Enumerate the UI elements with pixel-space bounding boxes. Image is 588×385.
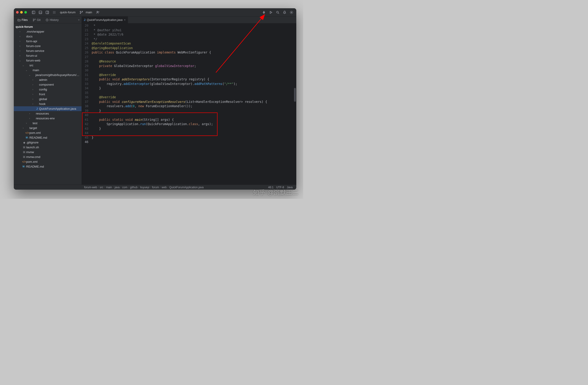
tree-item[interactable]: ›target	[14, 126, 82, 130]
tree-item[interactable]: ⌘mvnw	[14, 150, 82, 155]
tree-label: form-api	[26, 40, 37, 43]
main-body: quick-forum›.mvn/wrapper›docs›form-api›f…	[14, 23, 296, 184]
breadcrumb-item[interactable]: liuyueyi	[140, 186, 149, 189]
search-icon[interactable]	[275, 10, 280, 15]
tree-item[interactable]: </>pom.xml	[14, 130, 82, 135]
bell-icon[interactable]	[282, 10, 287, 15]
breadcrumb-item[interactable]: com	[122, 186, 127, 189]
run-icon[interactable]	[268, 10, 273, 15]
tree-item[interactable]: ›forum-ui	[14, 53, 82, 58]
close-window-icon[interactable]	[16, 11, 19, 14]
tree-item[interactable]: M↓README.md	[14, 135, 82, 140]
tree-label: target	[29, 126, 37, 130]
bottom-panel-icon[interactable]	[38, 10, 43, 15]
tree-item[interactable]: ›config	[14, 87, 82, 92]
tab-files[interactable]: Files	[15, 17, 30, 23]
scrollbar[interactable]	[294, 88, 296, 102]
breadcrumb-item[interactable]: forum-web	[84, 186, 97, 189]
tree-item[interactable]: ⌄main	[14, 68, 82, 73]
tree-item[interactable]: ›global	[14, 97, 82, 101]
tree-label: front	[39, 93, 45, 96]
tree-item[interactable]: M↓README.md	[14, 164, 82, 169]
tree-item[interactable]: ›forum-service	[14, 48, 82, 53]
max-window-icon[interactable]	[24, 11, 27, 14]
tree-item[interactable]: ◆.gitignore	[14, 140, 82, 145]
tree-label: .mvn/wrapper	[26, 30, 44, 33]
svg-point-8	[55, 11, 55, 12]
tree-label: README.md	[29, 136, 47, 139]
tree-label: mvnw	[26, 150, 34, 154]
code-area[interactable]: * * @author yihui * @date 2022/7/6 */ @S…	[91, 23, 296, 184]
breadcrumb-item[interactable]: java	[115, 186, 120, 189]
tree-label: forum-web	[26, 59, 40, 62]
svg-point-11	[55, 12, 55, 13]
breadcrumb-item[interactable]: web	[162, 186, 167, 189]
tree-item[interactable]: ⌄java/com/github/liuyueyi/forum/web	[14, 73, 82, 77]
tree-item[interactable]: ›resources	[14, 111, 82, 116]
editor-tab-name: QuickForumApplication.java	[87, 18, 123, 21]
svg-point-25	[33, 20, 34, 21]
line-gutter: 2021222324252627282930313233343536373839…	[82, 23, 91, 184]
sh-icon: ⌘	[22, 155, 26, 159]
breadcrumb-item[interactable]: QuickForumApplication.java	[169, 186, 204, 189]
svg-point-18	[97, 11, 98, 12]
min-window-icon[interactable]	[20, 11, 23, 14]
sidebar-left-icon[interactable]	[31, 10, 36, 15]
branch-name[interactable]: main	[84, 11, 93, 14]
svg-point-21	[276, 11, 278, 13]
tree-root[interactable]: quick-forum	[14, 24, 82, 29]
add-user-icon[interactable]	[95, 10, 100, 15]
tree-item[interactable]: ›forum-core	[14, 44, 82, 48]
sh-icon: ⌘	[22, 146, 26, 149]
editor-tab-quickforum[interactable]: J QuickForumApplication.java ×	[82, 16, 128, 23]
tree-label: java/com/github/liuyueyi/forum/web	[35, 73, 80, 77]
tree-label: config	[39, 88, 47, 91]
tab-files-label: Files	[21, 18, 28, 21]
tree-item[interactable]: ›front	[14, 92, 82, 97]
tree-item[interactable]: ›test	[14, 121, 82, 126]
tree-item[interactable]: ›.mvn/wrapper	[14, 29, 82, 34]
project-name[interactable]: quick-forum	[59, 11, 77, 14]
tree-item[interactable]: ›form-api	[14, 39, 82, 44]
java-file-icon: J	[84, 18, 85, 21]
svg-point-17	[82, 11, 83, 12]
code-editor[interactable]: 2021222324252627282930313233343536373839…	[82, 23, 296, 184]
tab-history[interactable]: History	[43, 17, 61, 23]
tree-label: launch.sh	[26, 145, 39, 149]
tree-item[interactable]: ›hook	[14, 101, 82, 106]
breadcrumb-item[interactable]: main	[106, 186, 112, 189]
add-tab-button[interactable]: +	[78, 18, 80, 21]
close-tab-icon[interactable]: ×	[124, 18, 126, 21]
breadcrumb-item[interactable]: github	[130, 186, 138, 189]
tree-item[interactable]: ›docs	[14, 34, 82, 39]
sidebar-right-icon[interactable]	[45, 10, 50, 15]
tree-item[interactable]: ⌘mvnw.cmd	[14, 155, 82, 159]
tree-item[interactable]: ›resources-env	[14, 116, 82, 121]
tree-item[interactable]: JQuickForumApplication.java	[14, 106, 82, 111]
bolt-icon[interactable]	[261, 10, 266, 15]
breadcrumbs[interactable]: forum-web/src/main/java/com/github/liuyu…	[84, 186, 204, 189]
tree-item[interactable]: ⌄forum-web	[14, 58, 82, 63]
breadcrumb-item[interactable]: src	[100, 186, 103, 189]
tree-item[interactable]: </>pom.xml	[14, 159, 82, 164]
tree-item[interactable]: ›component	[14, 82, 82, 87]
grid-icon[interactable]	[52, 10, 57, 15]
project-tree[interactable]: quick-forum›.mvn/wrapper›docs›form-api›f…	[14, 23, 82, 184]
tree-label: README.md	[26, 165, 44, 168]
svg-point-16	[80, 13, 81, 14]
tree-item[interactable]: ⌘launch.sh	[14, 145, 82, 150]
tree-label: test	[33, 122, 38, 125]
svg-rect-4	[46, 11, 49, 14]
xml-icon: </>	[25, 131, 29, 135]
tree-item[interactable]: ⌄src	[14, 63, 82, 68]
gear-icon[interactable]	[289, 10, 294, 15]
tree-item[interactable]: ›admin	[14, 77, 82, 82]
svg-point-26	[35, 19, 36, 20]
tree-label: forum-core	[26, 44, 41, 48]
svg-line-22	[278, 13, 279, 14]
tree-label: component	[39, 83, 54, 86]
tree-label: .gitignore	[26, 141, 38, 144]
breadcrumb-item[interactable]: forum	[152, 186, 159, 189]
tab-git[interactable]: Git	[30, 17, 43, 23]
branch-icon[interactable]	[79, 10, 84, 15]
